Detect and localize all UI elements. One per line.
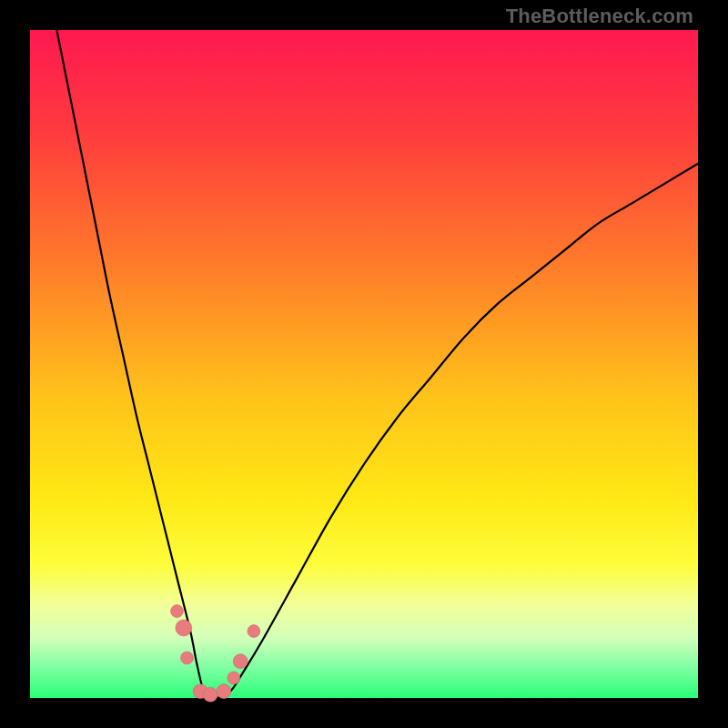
data-marker <box>180 652 193 664</box>
bottleneck-curve <box>56 30 698 699</box>
data-marker <box>233 654 248 669</box>
chart-svg <box>30 30 698 698</box>
data-marker <box>203 687 217 702</box>
frame: TheBottleneck.com <box>0 0 728 728</box>
data-marker <box>176 620 192 636</box>
data-marker <box>228 672 240 684</box>
data-marker <box>248 625 260 638</box>
watermark-text: TheBottleneck.com <box>506 5 693 28</box>
data-marker <box>217 684 231 699</box>
plot-area <box>30 30 698 698</box>
markers-group <box>170 605 259 703</box>
data-marker <box>170 605 183 618</box>
